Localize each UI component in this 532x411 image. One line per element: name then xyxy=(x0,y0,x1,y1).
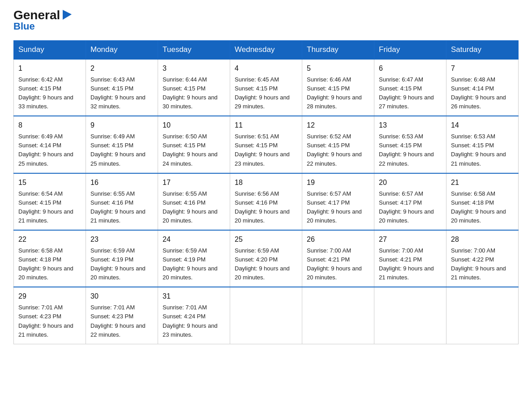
day-number: 30 xyxy=(90,291,153,302)
day-info: Sunrise: 6:49 AMSunset: 4:14 PMDaylight:… xyxy=(18,132,81,168)
day-number: 11 xyxy=(235,120,297,131)
day-cell: 19Sunrise: 6:57 AMSunset: 4:17 PMDayligh… xyxy=(302,173,374,230)
day-number: 24 xyxy=(163,234,225,245)
day-cell: 28Sunrise: 7:00 AMSunset: 4:22 PMDayligh… xyxy=(446,230,519,287)
calendar-table: SundayMondayTuesdayWednesdayThursdayFrid… xyxy=(13,40,519,344)
day-info: Sunrise: 7:00 AMSunset: 4:22 PMDaylight:… xyxy=(451,246,514,283)
day-info: Sunrise: 6:51 AMSunset: 4:15 PMDaylight:… xyxy=(235,132,297,168)
day-info: Sunrise: 6:59 AMSunset: 4:19 PMDaylight:… xyxy=(163,246,225,283)
day-info: Sunrise: 6:58 AMSunset: 4:18 PMDaylight:… xyxy=(18,246,81,283)
weekday-header-friday: Friday xyxy=(374,41,446,60)
day-number: 29 xyxy=(18,291,81,302)
day-info: Sunrise: 7:00 AMSunset: 4:21 PMDaylight:… xyxy=(379,246,442,283)
day-number: 26 xyxy=(307,234,369,245)
day-cell: 2Sunrise: 6:43 AMSunset: 4:15 PMDaylight… xyxy=(86,59,158,116)
day-cell: 11Sunrise: 6:51 AMSunset: 4:15 PMDayligh… xyxy=(230,116,302,173)
day-cell: 24Sunrise: 6:59 AMSunset: 4:19 PMDayligh… xyxy=(158,230,230,287)
day-cell: 10Sunrise: 6:50 AMSunset: 4:15 PMDayligh… xyxy=(158,116,230,173)
day-cell: 6Sunrise: 6:47 AMSunset: 4:15 PMDaylight… xyxy=(374,59,446,116)
week-row-1: 1Sunrise: 6:42 AMSunset: 4:15 PMDaylight… xyxy=(14,59,519,116)
day-number: 12 xyxy=(307,120,369,131)
page-header: General Blue xyxy=(13,9,519,32)
day-info: Sunrise: 6:52 AMSunset: 4:15 PMDaylight:… xyxy=(307,132,369,168)
day-number: 25 xyxy=(235,234,297,245)
day-number: 21 xyxy=(451,177,514,188)
logo-general-text: General xyxy=(13,9,60,21)
day-info: Sunrise: 7:01 AMSunset: 4:24 PMDaylight:… xyxy=(163,303,225,339)
week-row-3: 15Sunrise: 6:54 AMSunset: 4:15 PMDayligh… xyxy=(14,173,519,230)
day-cell xyxy=(230,287,302,344)
day-info: Sunrise: 6:43 AMSunset: 4:15 PMDaylight:… xyxy=(90,75,153,111)
day-cell: 13Sunrise: 6:53 AMSunset: 4:15 PMDayligh… xyxy=(374,116,446,173)
day-number: 4 xyxy=(235,63,297,74)
day-cell: 17Sunrise: 6:55 AMSunset: 4:16 PMDayligh… xyxy=(158,173,230,230)
day-info: Sunrise: 6:56 AMSunset: 4:16 PMDaylight:… xyxy=(235,189,297,226)
day-info: Sunrise: 6:47 AMSunset: 4:15 PMDaylight:… xyxy=(379,75,442,111)
day-cell: 12Sunrise: 6:52 AMSunset: 4:15 PMDayligh… xyxy=(302,116,374,173)
day-cell xyxy=(302,287,374,344)
weekday-header-thursday: Thursday xyxy=(302,41,374,60)
day-info: Sunrise: 6:58 AMSunset: 4:18 PMDaylight:… xyxy=(451,189,514,226)
day-number: 16 xyxy=(90,177,153,188)
logo: General Blue xyxy=(13,9,73,32)
day-number: 9 xyxy=(90,120,153,131)
day-info: Sunrise: 6:53 AMSunset: 4:15 PMDaylight:… xyxy=(451,132,514,168)
day-cell: 1Sunrise: 6:42 AMSunset: 4:15 PMDaylight… xyxy=(14,59,86,116)
day-number: 28 xyxy=(451,234,514,245)
day-number: 15 xyxy=(18,177,81,188)
day-info: Sunrise: 6:46 AMSunset: 4:15 PMDaylight:… xyxy=(307,75,369,111)
day-info: Sunrise: 6:45 AMSunset: 4:15 PMDaylight:… xyxy=(235,75,297,111)
day-cell: 21Sunrise: 6:58 AMSunset: 4:18 PMDayligh… xyxy=(446,173,519,230)
day-cell: 16Sunrise: 6:55 AMSunset: 4:16 PMDayligh… xyxy=(86,173,158,230)
day-info: Sunrise: 6:55 AMSunset: 4:16 PMDaylight:… xyxy=(163,189,225,226)
day-cell: 31Sunrise: 7:01 AMSunset: 4:24 PMDayligh… xyxy=(158,287,230,344)
day-info: Sunrise: 6:59 AMSunset: 4:20 PMDaylight:… xyxy=(235,246,297,283)
day-info: Sunrise: 6:54 AMSunset: 4:15 PMDaylight:… xyxy=(18,189,81,226)
day-cell: 8Sunrise: 6:49 AMSunset: 4:14 PMDaylight… xyxy=(14,116,86,173)
day-cell xyxy=(374,287,446,344)
day-number: 1 xyxy=(18,63,81,74)
day-number: 10 xyxy=(163,120,225,131)
day-cell: 25Sunrise: 6:59 AMSunset: 4:20 PMDayligh… xyxy=(230,230,302,287)
day-cell: 23Sunrise: 6:59 AMSunset: 4:19 PMDayligh… xyxy=(86,230,158,287)
day-cell: 30Sunrise: 7:01 AMSunset: 4:23 PMDayligh… xyxy=(86,287,158,344)
weekday-header-wednesday: Wednesday xyxy=(230,41,302,60)
day-number: 6 xyxy=(379,63,442,74)
day-cell xyxy=(446,287,519,344)
day-info: Sunrise: 7:00 AMSunset: 4:21 PMDaylight:… xyxy=(307,246,369,283)
day-info: Sunrise: 7:01 AMSunset: 4:23 PMDaylight:… xyxy=(90,303,153,339)
day-cell: 18Sunrise: 6:56 AMSunset: 4:16 PMDayligh… xyxy=(230,173,302,230)
day-info: Sunrise: 6:44 AMSunset: 4:15 PMDaylight:… xyxy=(163,75,225,111)
day-number: 14 xyxy=(451,120,514,131)
day-cell: 20Sunrise: 6:57 AMSunset: 4:17 PMDayligh… xyxy=(374,173,446,230)
day-cell: 22Sunrise: 6:58 AMSunset: 4:18 PMDayligh… xyxy=(14,230,86,287)
day-number: 2 xyxy=(90,63,153,74)
day-number: 5 xyxy=(307,63,369,74)
day-cell: 29Sunrise: 7:01 AMSunset: 4:23 PMDayligh… xyxy=(14,287,86,344)
day-cell: 7Sunrise: 6:48 AMSunset: 4:14 PMDaylight… xyxy=(446,59,519,116)
day-info: Sunrise: 6:42 AMSunset: 4:15 PMDaylight:… xyxy=(18,75,81,111)
logo-arrow-icon xyxy=(61,8,73,21)
day-info: Sunrise: 6:59 AMSunset: 4:19 PMDaylight:… xyxy=(90,246,153,283)
day-info: Sunrise: 6:49 AMSunset: 4:15 PMDaylight:… xyxy=(90,132,153,168)
day-number: 13 xyxy=(379,120,442,131)
weekday-header-row: SundayMondayTuesdayWednesdayThursdayFrid… xyxy=(14,41,519,60)
day-number: 27 xyxy=(379,234,442,245)
day-cell: 26Sunrise: 7:00 AMSunset: 4:21 PMDayligh… xyxy=(302,230,374,287)
logo-blue-text: Blue xyxy=(13,21,35,32)
day-cell: 5Sunrise: 6:46 AMSunset: 4:15 PMDaylight… xyxy=(302,59,374,116)
day-info: Sunrise: 7:01 AMSunset: 4:23 PMDaylight:… xyxy=(18,303,81,339)
day-number: 31 xyxy=(163,291,225,302)
logo-general-line: General xyxy=(13,9,73,21)
svg-marker-0 xyxy=(63,10,72,20)
day-cell: 27Sunrise: 7:00 AMSunset: 4:21 PMDayligh… xyxy=(374,230,446,287)
day-cell: 9Sunrise: 6:49 AMSunset: 4:15 PMDaylight… xyxy=(86,116,158,173)
day-number: 19 xyxy=(307,177,369,188)
day-cell: 14Sunrise: 6:53 AMSunset: 4:15 PMDayligh… xyxy=(446,116,519,173)
week-row-2: 8Sunrise: 6:49 AMSunset: 4:14 PMDaylight… xyxy=(14,116,519,173)
day-number: 3 xyxy=(163,63,225,74)
day-info: Sunrise: 6:57 AMSunset: 4:17 PMDaylight:… xyxy=(379,189,442,226)
day-number: 17 xyxy=(163,177,225,188)
day-info: Sunrise: 6:57 AMSunset: 4:17 PMDaylight:… xyxy=(307,189,369,226)
weekday-header-tuesday: Tuesday xyxy=(158,41,230,60)
